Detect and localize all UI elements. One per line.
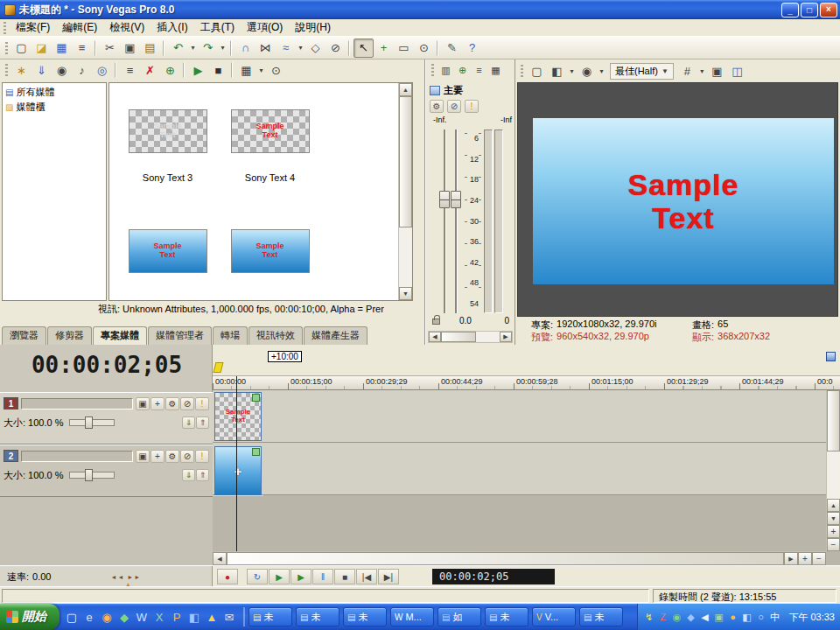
taskbar-button-1[interactable]: ▤ 未 <box>248 607 292 626</box>
taskbar-button-7[interactable]: V V... <box>532 607 576 626</box>
preview-quality-combo[interactable]: 最佳(Half) ▼ <box>610 63 674 80</box>
record-button[interactable]: ● <box>217 569 238 584</box>
menu-options[interactable]: 選項(O) <box>241 19 289 36</box>
tray-lightning-icon[interactable]: ↯ <box>643 612 654 623</box>
envelope-edit-tool-icon[interactable]: + <box>374 38 394 58</box>
bypass-motion-blur-icon[interactable]: ▣ <box>136 397 150 410</box>
go-to-start-button[interactable]: |◀ <box>356 569 377 584</box>
paste-icon[interactable]: ▤ <box>140 38 160 58</box>
scroll-up-icon[interactable]: ▲ <box>399 83 412 96</box>
tray-safely-remove-icon[interactable]: ◧ <box>741 612 752 623</box>
tab-explorer[interactable]: 瀏覽器 <box>2 326 46 345</box>
stop-preview-icon[interactable]: ■ <box>208 60 228 80</box>
rate-shuttle[interactable]: ◄◄ ►► ▲ <box>110 574 141 580</box>
lock-envelopes-icon[interactable]: ◇ <box>305 38 326 58</box>
track-fx-icon[interactable]: ⚙ <box>165 397 179 410</box>
make-compositing-child-icon[interactable]: ⇑ <box>196 469 209 481</box>
master-fx-icon[interactable]: ⚙ <box>430 100 444 113</box>
extract-audio-icon[interactable]: ♪ <box>72 60 92 80</box>
scrollbar-thumb[interactable] <box>227 552 784 565</box>
auto-ripple-icon[interactable]: ≈ <box>276 38 296 58</box>
master-solo-icon[interactable]: ! <box>465 100 479 113</box>
menu-help[interactable]: 說明(H) <box>289 19 337 36</box>
media-item-5[interactable]: Sample Text <box>116 229 219 301</box>
quicklaunch-excel-icon[interactable]: X <box>152 611 166 624</box>
tray-ime-icon[interactable]: 中 <box>769 611 780 624</box>
views-dropdown-icon[interactable]: ▾ <box>256 60 266 80</box>
redo-dropdown-icon[interactable]: ▾ <box>218 38 228 58</box>
zoom-in-track-height-icon[interactable]: + <box>827 525 840 538</box>
save-icon[interactable]: ▦ <box>52 38 72 58</box>
insert-audio-bus-icon[interactable]: ▥ <box>438 62 454 78</box>
external-monitor-icon[interactable]: ▢ <box>527 61 547 80</box>
auto-crossfade-icon[interactable]: ⋈ <box>256 38 276 58</box>
tab-transitions[interactable]: 轉場 <box>213 326 248 345</box>
new-project-icon[interactable]: ▢ <box>11 38 32 58</box>
ignore-event-grouping-icon[interactable]: ⊘ <box>326 38 346 58</box>
overlays-grid-icon[interactable]: # <box>677 61 697 80</box>
timeline-horizontal-scrollbar[interactable]: ◀ ▶ + − <box>213 551 826 565</box>
capture-video-icon[interactable]: ◉ <box>52 60 72 80</box>
taskbar-button-8[interactable]: ▤ 未 <box>579 607 623 626</box>
master-fader-right[interactable] <box>451 191 461 208</box>
project-properties-icon[interactable]: ≡ <box>72 38 92 58</box>
scroll-right-icon[interactable]: ▶ <box>500 332 512 342</box>
menu-view[interactable]: 檢視(V) <box>103 19 150 36</box>
undo-dropdown-icon[interactable]: ▾ <box>188 38 198 58</box>
preview-quality-icon[interactable]: ◉ <box>577 61 597 80</box>
scroll-left-icon[interactable]: ◀ <box>213 552 227 565</box>
fader-lock-icon[interactable] <box>432 318 440 325</box>
taskbar-button-2[interactable]: ▤ 未 <box>296 607 340 626</box>
media-item-6[interactable]: Sample Text <box>219 229 321 301</box>
pen-tool-icon[interactable]: ✎ <box>442 38 462 58</box>
mixer-properties-icon[interactable]: ≡ <box>471 62 487 78</box>
close-button[interactable]: × <box>820 3 837 18</box>
maximize-button[interactable]: □ <box>801 3 818 18</box>
split-screen-dropdown-icon[interactable]: ▾ <box>567 61 577 80</box>
play-button[interactable]: ▶ <box>290 569 312 584</box>
save-snapshot-icon[interactable]: ◫ <box>727 61 747 80</box>
track-header-1[interactable]: 1 ▣+⚙⊘! 大小: 100.0 % ⇓⇑ <box>0 392 213 444</box>
whats-this-help-icon[interactable]: ? <box>462 38 482 58</box>
quicklaunch-powerpoint-icon[interactable]: P <box>170 611 184 624</box>
menu-edit[interactable]: 編輯(E) <box>56 19 103 36</box>
media-list-scrollbar[interactable]: ▲ ▼ <box>398 83 412 300</box>
shuttle-left-icon[interactable]: ◄◄ <box>110 574 124 580</box>
tray-volume-icon[interactable]: ◀ <box>699 612 710 623</box>
tab-media-manager[interactable]: 媒體管理者 <box>148 326 212 345</box>
zoom-out-time-icon[interactable]: − <box>812 552 826 565</box>
marker-bar[interactable]: +10:00 <box>213 345 840 376</box>
selection-edit-tool-icon[interactable]: ▭ <box>394 38 414 58</box>
master-fader-left[interactable] <box>439 191 450 208</box>
mixer-scrollbar[interactable]: ◀ ▶ <box>428 331 513 343</box>
track-lane-2[interactable] <box>213 443 826 495</box>
media-generators-icon[interactable]: ∗ <box>11 60 32 80</box>
timeline-event-text[interactable]: Sample Text <box>214 392 262 441</box>
tray-network-icon[interactable]: ▣ <box>713 612 724 623</box>
quicklaunch-vegas-icon[interactable]: ▲ <box>205 611 219 624</box>
slider-handle[interactable] <box>85 469 93 481</box>
insert-assignable-fx-icon[interactable]: ⊕ <box>454 62 471 78</box>
scroll-left-icon[interactable]: ◀ <box>429 332 441 342</box>
shuttle-right-icon[interactable]: ►► <box>127 574 141 580</box>
time-ruler[interactable]: 00:00:0000:00:15;0000:00:29;2900:00:44;2… <box>213 376 840 390</box>
scroll-up-icon[interactable]: ▲ <box>827 499 840 512</box>
track-header-2[interactable]: 2 ▣+⚙⊘! 大小: 100.0 % ⇓⇑ <box>0 444 213 497</box>
zoom-out-track-height-icon[interactable]: − <box>827 538 840 551</box>
scrollbar-thumb[interactable] <box>399 96 412 228</box>
quicklaunch-mail-icon[interactable]: ✉ <box>222 611 236 624</box>
tab-project-media[interactable]: 專案媒體 <box>93 326 147 345</box>
cut-icon[interactable]: ✂ <box>100 38 120 58</box>
views-icon[interactable]: ▦ <box>236 60 256 80</box>
track-lane-1[interactable] <box>213 390 826 443</box>
timeline-vertical-scrollbar[interactable]: ▲ ▼ + − <box>826 390 840 551</box>
tray-update-icon[interactable]: ● <box>727 612 738 622</box>
make-compositing-child-icon[interactable]: ⇑ <box>196 416 209 429</box>
auto-ripple-dropdown-icon[interactable]: ▾ <box>296 38 305 58</box>
bypass-motion-blur-icon[interactable]: ▣ <box>136 450 150 463</box>
quicklaunch-ie-icon[interactable]: e <box>82 611 96 624</box>
track-motion-icon[interactable]: + <box>150 450 164 463</box>
scrollbar-thumb[interactable] <box>827 390 840 452</box>
timecode-display[interactable]: 00:00:02;05 <box>9 352 205 378</box>
tab-trimmer[interactable]: 修剪器 <box>47 326 92 345</box>
